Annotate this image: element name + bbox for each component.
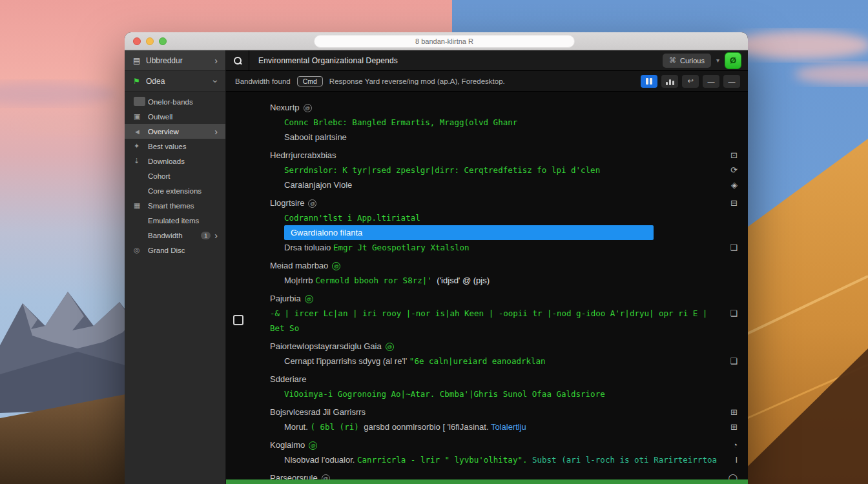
sidebar-section-library[interactable]: ▤Ubbreddur› xyxy=(125,50,225,71)
anchor-link-green-icon[interactable]: @ xyxy=(305,295,313,303)
anchor-link-green-icon[interactable]: @ xyxy=(386,343,394,351)
text: Llogrtsire xyxy=(270,198,304,208)
close-window-button[interactable] xyxy=(133,37,141,45)
search-icon-box[interactable] xyxy=(226,50,249,70)
text: Cernapt l'ipparrishs sdyvg (al re'l' xyxy=(284,356,409,366)
doc-line: Caralanjajon Viole xyxy=(226,177,748,192)
text: ('idjsd' @ (pjs) xyxy=(437,276,490,285)
text: Gwardialono filanta xyxy=(291,228,362,237)
grid-icon[interactable]: ⊞ xyxy=(730,408,738,416)
window-titlebar[interactable]: 8 bandan-klirtna R xyxy=(125,32,748,50)
copy-icon[interactable]: ❏ xyxy=(730,243,738,252)
traffic-lights xyxy=(133,37,167,45)
text: Drsa tioluaio xyxy=(284,243,333,252)
chevron-down-icon: › xyxy=(212,79,221,83)
doc-line: Codrann'tlst i App.ltiriatal xyxy=(226,210,748,225)
search-query[interactable]: Environmental Organizational Depends xyxy=(258,56,663,65)
gridplus-icon[interactable]: ⊞ xyxy=(730,423,738,431)
next-selection-row xyxy=(226,479,748,484)
megaphone-icon: ◄ xyxy=(134,128,148,136)
sidebar-section-guides[interactable]: ⚑Odea› xyxy=(125,71,225,92)
chevron-right-icon: › xyxy=(214,127,218,136)
code-line: -& | ircer Lc|an | iri rooy |-nor is|ah … xyxy=(226,306,748,321)
text: Pajurbia xyxy=(270,294,301,303)
sidebar-item-smart-themes[interactable]: ▦Smart themes xyxy=(125,198,225,213)
collapse-button[interactable]: — xyxy=(703,75,719,88)
chart-view-button[interactable] xyxy=(661,75,678,88)
section-heading: Hedrrjurcrabxbias xyxy=(226,148,748,163)
sidebar-item-onelor-bands[interactable]: Onelor-bands xyxy=(125,94,225,109)
zoom-window-button[interactable] xyxy=(159,37,167,45)
columns-view-button[interactable] xyxy=(641,75,657,88)
sidebar-item-best-values[interactable]: ✦Best values xyxy=(125,139,225,154)
command-text: Connc Brlebc: Bangled Ermartis, Mragg(ol… xyxy=(284,117,517,127)
color-swatch-icon xyxy=(134,97,148,107)
copy-icon[interactable]: ❏ xyxy=(730,309,738,318)
section-heading: Koglaimo@ xyxy=(226,438,748,452)
doc-line: Nlsobvad l'odualor. Canrricrla - lrir " … xyxy=(226,452,748,467)
selected-entry[interactable]: Gwardialono filanta xyxy=(284,225,654,240)
scope-dropdown-label: Curious xyxy=(680,57,705,65)
doc-line: Morut. ( 6bl (ri) garsbd oonmlrsorbio [ … xyxy=(226,419,748,434)
anchor-link-icon[interactable]: @ xyxy=(308,199,316,208)
undo-button[interactable]: ↩ xyxy=(682,75,699,88)
anchor-link-icon[interactable]: @ xyxy=(304,104,312,112)
columns-icon xyxy=(646,78,648,85)
command-text: Serrdnslor: K tyr|rsed zpeslgr|dirr: Cer… xyxy=(284,165,600,175)
section-heading: Llogrtsire@ xyxy=(226,196,748,210)
sidebar-item-outwell[interactable]: ▣Outwell xyxy=(125,109,225,124)
collapse-all-button[interactable]: — xyxy=(723,75,740,88)
section-heading: Bojsrvlcesrad Jil Garrisrrs xyxy=(226,405,748,419)
refresh-icon[interactable]: ⟳ xyxy=(730,166,738,174)
doc-line: Drsa tioluaio Emgr Jt Geospotlary Xtalsl… xyxy=(226,240,748,255)
chevron-right-icon: › xyxy=(214,56,218,65)
diamond-icon[interactable]: ◈ xyxy=(731,181,738,189)
minimize-window-button[interactable] xyxy=(146,37,154,45)
text: Morut. xyxy=(284,422,310,432)
section-heading: Sdderiare xyxy=(226,372,748,387)
link-text[interactable]: Tolalertlju xyxy=(491,422,526,432)
sidebar-item-bandwidth[interactable]: Bandwidth1› xyxy=(125,228,225,243)
sidebar-item-label: Grand Disc xyxy=(148,247,218,254)
sidebar-item-overview[interactable]: ◄Overview› xyxy=(125,124,225,139)
section-heading: Nexurtp@ xyxy=(226,100,748,115)
sidebar-item-cohort[interactable]: Cohort xyxy=(125,168,225,183)
line-checkbox[interactable] xyxy=(233,315,243,325)
infobar-prefix: Bandwidth found xyxy=(235,77,291,85)
columns-icon xyxy=(650,78,652,85)
kbd-badge: Cmd xyxy=(297,76,323,86)
globe-icon: ◎ xyxy=(134,246,148,254)
section-heading: Meiad mabrbao@ xyxy=(226,258,748,273)
sidebar-item-label: Cohort xyxy=(148,172,218,180)
cursor-icon[interactable]: I xyxy=(735,456,738,464)
sidebar-item-core-extensions[interactable]: Core extensions xyxy=(125,183,225,198)
square-icon[interactable]: ⊡ xyxy=(730,151,738,159)
text: Meiad mabrbao xyxy=(270,261,328,270)
sidebar: ▤Ubbreddur›⚑Odea› Onelor-bands▣Outwell◄O… xyxy=(125,50,226,484)
bolt-icon: ✦ xyxy=(134,142,148,150)
command-text: -& | ircer Lc|an | iri rooy |-nor is|ah … xyxy=(270,308,707,318)
sidebar-item-downloads[interactable]: ⇣Downloads xyxy=(125,154,225,168)
text: Bojsrvlcesrad Jil Garrisrrs xyxy=(270,407,366,417)
sidebar-item-grand-disc[interactable]: ◎Grand Disc xyxy=(125,243,225,257)
command-text: ( 6bl (ri) xyxy=(310,422,364,432)
scope-dropdown[interactable]: ⌘ Curious xyxy=(663,54,711,68)
text: Mo|rlrrb xyxy=(284,276,315,285)
info-bar: Bandwidth found Cmd Response Yard revers… xyxy=(226,71,748,92)
command-text: Bet So xyxy=(270,323,299,333)
anchor-link-green-icon[interactable]: @ xyxy=(332,262,340,270)
sidebar-section-label: Ubbreddur xyxy=(146,56,214,65)
chevron-down-icon[interactable]: ▾ xyxy=(716,57,719,64)
copy-icon[interactable]: ❏ xyxy=(730,357,738,365)
text: Nlsobvad l'odualor. xyxy=(284,455,357,465)
sidebar-item-emulated-items[interactable]: Emulated items xyxy=(125,213,225,228)
search-bar: Environmental Organizational Depends ⌘ C… xyxy=(226,50,748,71)
search-icon xyxy=(234,57,241,64)
run-button[interactable]: Ø xyxy=(725,52,741,69)
panel-icon[interactable]: ⊟ xyxy=(730,199,738,207)
clock-icon[interactable]: ◔ xyxy=(732,441,738,449)
anchor-link-green-icon[interactable]: @ xyxy=(309,441,317,450)
command-text: ViOoimya-i Gogronoing Ao|~Atar. Cbmba'|G… xyxy=(284,389,605,399)
doc-line: Cernapt l'ipparrishs sdyvg (al re'l' "6e… xyxy=(226,354,748,368)
sidebar-item-label: Best values xyxy=(148,143,218,150)
